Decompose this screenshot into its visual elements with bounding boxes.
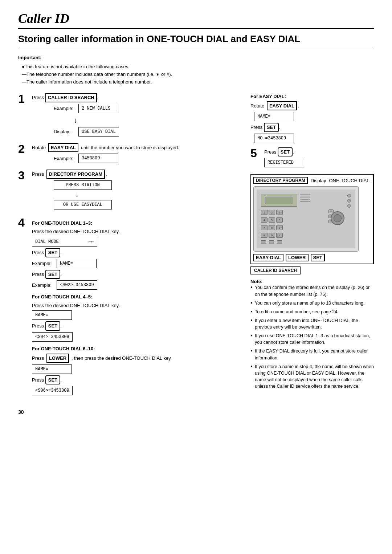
step-2-example-value: 3453809 — [78, 154, 118, 163]
step-2-text2: until the number you want to store is di… — [81, 145, 179, 150]
one-touch-dial-label: ONE-TOUCH DIAL — [329, 178, 369, 183]
important-label: Important: — [18, 54, 374, 62]
step-5-number: 5 — [250, 147, 261, 159]
note-item-1: You can confirm the stored items on the … — [250, 284, 374, 297]
device-indicators — [347, 194, 351, 208]
step-5: 5 Press SET. REGISTERED — [250, 147, 374, 169]
key-star: ∗ — [261, 233, 268, 238]
set-button-4a[interactable]: SET — [45, 248, 60, 257]
key-8: 8 — [269, 225, 275, 230]
directory-program-button[interactable]: DIRECTORY PROGRAM — [46, 170, 105, 179]
bottom-buttons-row: EASY DIAL LOWER SET — [253, 254, 371, 261]
step-4-example2-label: Example: — [32, 282, 54, 289]
step-4-example2-value: <S02>=3453809 — [57, 280, 97, 290]
device-display — [261, 194, 297, 207]
left-column: 1 Press CALLER ID SEARCH. Example: 2 NEW… — [18, 93, 240, 402]
step-4-6-10-display: NAME= — [32, 364, 72, 374]
section-heading: Storing caller information in ONE-TOUCH … — [18, 33, 374, 48]
key-3: 3 — [276, 210, 283, 215]
page-number: 30 — [18, 409, 374, 415]
one-touch-4-5-text: Press the desired ONE-TOUCH DIAL key. — [32, 302, 240, 309]
set-bottom-button[interactable]: SET — [311, 254, 325, 261]
step-2-rotate-label: Rotate — [32, 145, 46, 150]
one-touch-6-10-heading: For ONE-TOUCH DIAL 6–10: — [32, 345, 240, 353]
indicator-2 — [347, 199, 351, 203]
step-2-number: 2 — [18, 143, 28, 155]
caller-id-search-section: CALLER ID SEARCH — [250, 266, 374, 274]
device-keypad: 1 2 3 4 5 6 7 8 9 ∗ 0 # — [261, 210, 283, 239]
step-2-content: Rotate EASY DIAL until the number you wa… — [32, 143, 240, 165]
easy-dial-bottom-button[interactable]: EASY DIAL — [253, 254, 283, 261]
step-1-display-label: Display: — [54, 128, 75, 135]
display-label: Display — [311, 178, 326, 183]
note-item-2: You can only store a name of up to 10 ch… — [250, 300, 374, 306]
device-diagram: 1 2 3 4 5 6 7 8 9 ∗ 0 # — [253, 186, 359, 252]
lower-button[interactable]: LOWER — [46, 354, 69, 363]
key-1: 1 — [261, 210, 268, 215]
directory-program-section: DIRECTORY PROGRAM Display ONE-TOUCH DIAL — [250, 174, 374, 264]
rotate-label-right: Rotate — [250, 103, 264, 109]
step-1-example-value: 2 NEW CALLS — [78, 104, 118, 113]
indicator-1 — [347, 194, 351, 197]
one-touch-1-3-heading: For ONE-TOUCH DIAL 1–3: — [32, 220, 240, 227]
step-2-example-label: Example: — [54, 155, 75, 162]
device-bottom-buttons — [261, 240, 282, 244]
for-easy-dial-display: NAME= — [254, 112, 294, 121]
note-item-5: If you use ONE-TOUCH DIAL 1–3 as a broad… — [250, 333, 374, 346]
step-4: 4 For ONE-TOUCH DIAL 1–3: Press the desi… — [18, 217, 240, 397]
key-6: 6 — [276, 217, 283, 223]
set-button-4b[interactable]: SET — [45, 270, 60, 279]
indicator-3 — [347, 204, 351, 208]
step-2: 2 Rotate EASY DIAL until the number you … — [18, 143, 240, 165]
step-5-content: Press SET. REGISTERED — [264, 147, 374, 169]
step-3-display1: PRESS STATION — [54, 180, 112, 190]
for-easy-dial-section: For EASY DIAL: Rotate EASY DIAL. NAME= P… — [250, 93, 374, 143]
set-button-4c[interactable]: SET — [45, 321, 60, 331]
note-item-7: If you store a name in step 4, the name … — [250, 363, 374, 390]
step-3-number: 3 — [18, 170, 28, 181]
key-hash: # — [276, 233, 283, 238]
step-1-example-label: Example: — [54, 105, 75, 112]
step-4-number: 4 — [18, 217, 28, 228]
step-4-content: For ONE-TOUCH DIAL 1–3: Press the desire… — [32, 217, 240, 397]
dial-mode-symbol: ⌐⌐ — [88, 238, 94, 245]
set-button-right1[interactable]: SET — [264, 123, 279, 132]
set-button-step5[interactable]: SET — [278, 147, 293, 157]
page-title: Caller ID — [18, 11, 374, 29]
step-3-press-label: Press — [32, 171, 44, 177]
one-touch-1-3-section: For ONE-TOUCH DIAL 1–3: Press the desire… — [32, 220, 240, 290]
note-item-3: To edit a name and number, see page 24. — [250, 309, 374, 315]
important-block: Important: ●This feature is not availabl… — [18, 54, 374, 86]
for-easy-dial-no-display: NO.=3453809 — [254, 134, 294, 143]
easy-dial-button-right[interactable]: EASY DIAL — [267, 101, 297, 111]
step-4-example1-label: Example: — [32, 260, 54, 267]
key-7: 7 — [261, 225, 268, 230]
key-5: 5 — [269, 217, 275, 223]
one-touch-6-10-section: For ONE-TOUCH DIAL 6–10: Press LOWER , t… — [32, 345, 240, 396]
one-touch-6-10-text: Press LOWER , then press the desired ONE… — [32, 354, 240, 363]
step-1-press-label: Press — [32, 95, 44, 100]
important-line-1: ●This feature is not available in the fo… — [22, 63, 374, 71]
one-touch-1-3-text: Press the desired ONE-TOUCH DIAL key. — [32, 228, 240, 235]
one-touch-4-5-heading: For ONE-TOUCH DIAL 4–5: — [32, 293, 240, 301]
key-2: 2 — [269, 210, 275, 215]
note-section: Note: You can confirm the stored items o… — [250, 279, 374, 390]
note-list: You can confirm the stored items on the … — [250, 284, 374, 390]
important-line-2: —The telephone number includes data othe… — [22, 71, 374, 78]
caller-id-search-badge[interactable]: CALLER ID SEARCH — [250, 266, 301, 274]
note-item-4: If you enter a new item into ONE-TOUCH D… — [250, 317, 374, 330]
step-5-registered: REGISTERED — [264, 158, 304, 167]
important-line-3: —The caller information does not include… — [22, 78, 374, 86]
device-knob — [331, 211, 344, 225]
set-button-4d[interactable]: SET — [45, 375, 60, 385]
lower-bottom-button[interactable]: LOWER — [286, 254, 308, 261]
step-3: 3 Press DIRECTORY PROGRAM. PRESS STATION… — [18, 170, 240, 212]
key-9: 9 — [276, 225, 283, 230]
caller-id-search-button[interactable]: CALLER ID SEARCH — [45, 93, 97, 102]
dial-mode-label: DIAL MODE — [35, 239, 59, 245]
for-easy-dial-heading: For EASY DIAL: — [250, 93, 374, 100]
easy-dial-button-step2[interactable]: EASY DIAL — [48, 143, 78, 152]
step-4-4-5-example: <S04>=3453809 — [32, 332, 73, 342]
step-1-content: Press CALLER ID SEARCH. Example: 2 NEW C… — [32, 93, 240, 138]
step-3-content: Press DIRECTORY PROGRAM. PRESS STATION ↓… — [32, 170, 240, 212]
